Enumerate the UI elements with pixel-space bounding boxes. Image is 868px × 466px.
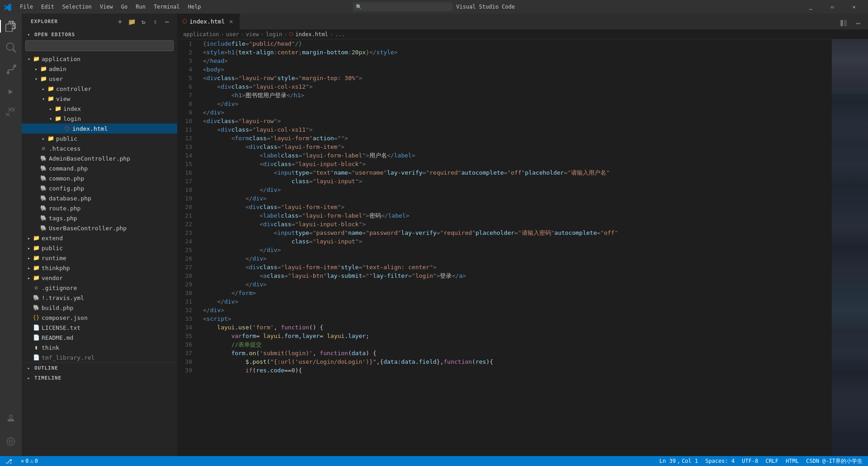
tree-folder-index[interactable]: 📁 index xyxy=(22,104,177,114)
tree-file-tmf[interactable]: 📄 tmf_library.rel xyxy=(22,352,177,362)
tree-folder-public-root[interactable]: 📁 public xyxy=(22,243,177,253)
tree-file-admin-base[interactable]: 🐘 AdminBaseController.php xyxy=(22,153,177,163)
menu-terminal[interactable]: Terminal xyxy=(150,3,184,11)
tree-file-index-html[interactable]: ⬡ index.html xyxy=(22,124,177,133)
tree-file-config[interactable]: 🐘 config.php xyxy=(22,183,177,193)
status-attribution: CSDN @-IT界的小学生 xyxy=(804,456,864,466)
code-line-35: var form = layui.form,layer = layui.laye… xyxy=(203,332,832,340)
new-file-icon[interactable]: + xyxy=(116,17,125,26)
tree-folder-view[interactable]: 📁 view xyxy=(22,94,177,104)
tree-file-database[interactable]: 🐘 database.php xyxy=(22,193,177,203)
tree-folder-vendor[interactable]: 📁 vendor xyxy=(22,273,177,283)
more-tabs-icon[interactable]: ⋯ xyxy=(852,17,864,29)
code-line-20: <div class="layui-form-item"> xyxy=(203,203,832,211)
tree-folder-admin[interactable]: 📁 admin xyxy=(22,64,177,74)
tree-file-travis[interactable]: 🐘 !.travis.yml xyxy=(22,293,177,303)
index-folder-chevron xyxy=(47,105,54,112)
more-actions-icon[interactable]: ⋯ xyxy=(163,17,172,26)
timeline-header[interactable]: TIMELINE xyxy=(22,373,177,383)
menu-help[interactable]: Help xyxy=(184,3,205,11)
close-button[interactable]: ✕ xyxy=(844,0,864,14)
breadcrumb-user[interactable]: user xyxy=(226,31,239,38)
tree-folder-controller[interactable]: 📁 controller xyxy=(22,84,177,94)
code-line-12: <form class="layui-form" action=""> xyxy=(203,134,832,143)
tree-file-build[interactable]: 🐘 build.php xyxy=(22,303,177,313)
status-language[interactable]: HTML xyxy=(784,456,801,466)
tab-index-html[interactable]: ⬡ index.html ✕ xyxy=(178,14,240,29)
collapse-all-icon[interactable]: ⇧ xyxy=(151,17,160,26)
minimize-button[interactable]: ⎯ xyxy=(800,0,821,14)
ln-16: 16 xyxy=(178,168,196,177)
tree-folder-thinkphp[interactable]: 📁 thinkphp xyxy=(22,263,177,273)
menu-file[interactable]: File xyxy=(16,3,37,11)
status-spaces[interactable]: Spaces: 4 xyxy=(703,456,736,466)
tree-file-license[interactable]: 📄 LICENSE.txt xyxy=(22,323,177,333)
activity-extensions[interactable] xyxy=(0,102,22,124)
outline-header[interactable]: OUTLINE xyxy=(22,363,177,373)
minimap-slider[interactable] xyxy=(832,39,868,94)
status-git-branch[interactable]: ⎇ xyxy=(4,456,15,466)
split-editor-icon[interactable] xyxy=(837,17,850,29)
breadcrumb-indexhtml[interactable]: index.html xyxy=(295,31,328,38)
tree-folder-extend[interactable]: 📁 extend xyxy=(22,233,177,243)
tree-file-htaccess[interactable]: ⚙ .htaccess xyxy=(22,143,177,153)
tree-file-route[interactable]: 🐘 route.php xyxy=(22,203,177,213)
breadcrumb-view[interactable]: view xyxy=(246,31,259,38)
view-chevron xyxy=(40,95,47,102)
breadcrumb-ellipsis[interactable]: ... xyxy=(335,31,345,38)
ln-24: 24 xyxy=(178,237,196,246)
folder-index-icon: 📁 xyxy=(54,105,61,112)
menu-view[interactable]: View xyxy=(96,3,117,11)
tree-folder-runtime[interactable]: 📁 runtime xyxy=(22,253,177,263)
controller-chevron xyxy=(40,85,47,92)
tree-file-common[interactable]: 🐘 common.php xyxy=(22,173,177,183)
tree-file-composer[interactable]: {} composer.json xyxy=(22,313,177,323)
new-folder-icon[interactable]: 📁 xyxy=(127,17,137,26)
tree-folder-public[interactable]: 📁 public xyxy=(22,133,177,143)
activity-source-control[interactable] xyxy=(0,59,22,81)
tab-close-button[interactable]: ✕ xyxy=(227,18,235,25)
open-editors-header[interactable]: OPEN EDITORS xyxy=(22,29,177,39)
folder-controller-icon: 📁 xyxy=(47,85,54,92)
tree-folder-login[interactable]: 📁 login xyxy=(22,114,177,124)
search-input[interactable] xyxy=(28,43,170,49)
status-error-count: 0 xyxy=(25,458,28,464)
activity-search[interactable] xyxy=(0,37,22,59)
activity-settings[interactable] xyxy=(0,431,22,452)
tree-file-tags[interactable]: 🐘 tags.php xyxy=(22,213,177,223)
code-line-25: </div> xyxy=(203,246,832,254)
ln-25: 25 xyxy=(178,246,196,254)
code-content[interactable]: {include file="public/head" /} <style>h1… xyxy=(199,39,832,456)
ln-36: 36 xyxy=(178,340,196,349)
activity-explorer[interactable] xyxy=(0,15,22,37)
tree-file-command[interactable]: 🐘 command.php xyxy=(22,163,177,173)
status-line-ending[interactable]: CRLF xyxy=(764,456,780,466)
menu-selection[interactable]: Selection xyxy=(59,3,95,11)
tree-file-gitignore[interactable]: ⚙ .gitignore xyxy=(22,283,177,293)
code-line-31: </div> xyxy=(203,297,832,306)
tree-file-readme[interactable]: 📄 README.md xyxy=(22,333,177,342)
folder-extend-icon: 📁 xyxy=(33,234,40,242)
restore-button[interactable]: ▭ xyxy=(822,0,843,14)
refresh-icon[interactable]: ↻ xyxy=(139,17,148,26)
activity-run[interactable] xyxy=(0,81,22,102)
status-errors[interactable]: ✕ 0 ⚠ 0 xyxy=(19,456,40,466)
ln-39: 39 xyxy=(178,366,196,375)
breadcrumb-application[interactable]: application xyxy=(183,31,219,38)
menu-run[interactable]: Run xyxy=(132,3,149,11)
tree-folder-user[interactable]: 📁 user xyxy=(22,74,177,84)
activity-account[interactable] xyxy=(0,407,22,429)
tree-file-user-base[interactable]: 🐘 UserBaseController.php xyxy=(22,223,177,233)
title-bar-center: 🔍 Visual Studio Code xyxy=(353,2,515,11)
menu-go[interactable]: Go xyxy=(118,3,131,11)
search-box[interactable] xyxy=(25,40,174,51)
menu-edit[interactable]: Edit xyxy=(38,3,58,11)
file-tmf-label: tmf_library.rel xyxy=(42,354,94,361)
tree-file-think[interactable]: ▮ think xyxy=(22,342,177,352)
breadcrumb-login[interactable]: login xyxy=(266,31,282,38)
status-ln-col[interactable]: Ln 39 , Col 1 xyxy=(658,456,700,466)
status-encoding[interactable]: UTF-8 xyxy=(740,456,760,466)
tree-folder-application[interactable]: 📁 application xyxy=(22,54,177,64)
status-encoding-label: UTF-8 xyxy=(742,458,758,464)
folder-thinkphp-label: thinkphp xyxy=(42,265,70,271)
